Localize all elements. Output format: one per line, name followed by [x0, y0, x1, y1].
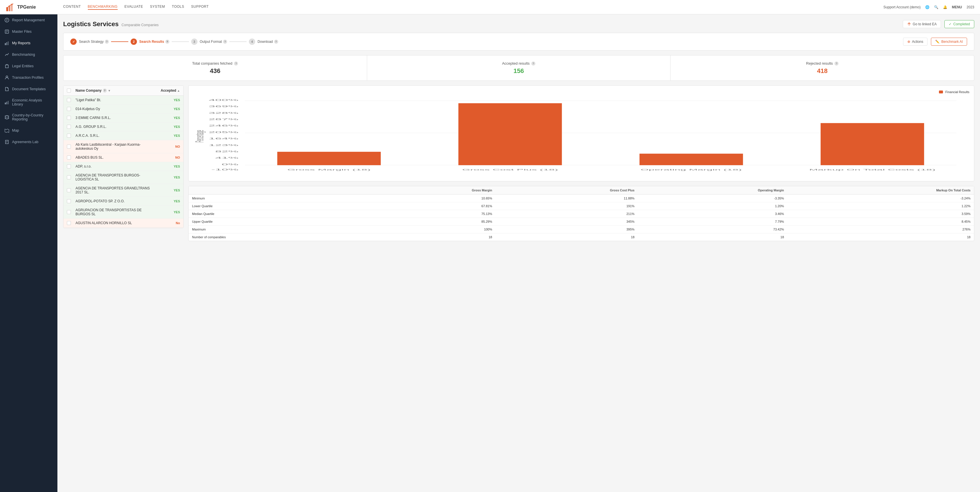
svg-rect-6: [6, 42, 7, 45]
bell-icon[interactable]: 🔔: [943, 5, 947, 9]
row-checkbox[interactable]: [67, 155, 75, 160]
benchmark-ai-button[interactable]: ✏️ Benchmark AI: [931, 38, 967, 46]
nav-evaluate[interactable]: EVALUATE: [124, 5, 143, 10]
table-row[interactable]: ADP, s.r.o. YES: [64, 162, 183, 171]
row-check-box[interactable]: [67, 116, 71, 120]
sidebar-item-report-management[interactable]: Report Management: [0, 14, 57, 26]
row-check-box[interactable]: [67, 98, 71, 102]
stats-row-om: 18: [638, 233, 788, 241]
wizard-step-2[interactable]: 2 Search Results ?: [130, 38, 169, 45]
globe-icon[interactable]: 🌐: [925, 5, 929, 9]
table-row[interactable]: AGUSTIN ALARCON HORNILLO SL No: [64, 219, 183, 228]
completed-button[interactable]: ✓ Completed: [944, 20, 974, 28]
page-subtitle: Comparable Companies: [121, 23, 159, 27]
agreements-lab-icon: [5, 140, 9, 144]
row-checkbox[interactable]: [67, 210, 75, 214]
stats-row-gm: 100%: [372, 225, 496, 233]
nav-system[interactable]: SYSTEM: [150, 5, 165, 10]
accepted-sort-icon[interactable]: ▲: [177, 89, 180, 92]
table-header: Name Company ? ▼ Accepted ▲: [64, 86, 183, 96]
stat-accepted-value: 156: [373, 67, 665, 75]
step-1-circle: ✓: [70, 38, 76, 45]
svg-text:Gross Margin (18): Gross Margin (18): [287, 169, 371, 171]
nav-content[interactable]: CONTENT: [63, 5, 81, 10]
wizard-actions: ⊕ Actions ✏️ Benchmark AI: [903, 38, 967, 46]
row-check-box[interactable]: [67, 188, 71, 192]
stats-row-gm: 18: [372, 233, 496, 241]
col-name-header[interactable]: Name Company ? ▼: [75, 88, 157, 93]
table-row[interactable]: 3 EMME CARNI S.R.L. YES: [64, 113, 183, 122]
wizard-step-1[interactable]: ✓ Search Strategy ?: [70, 38, 109, 45]
table-row[interactable]: "Liget Patika" Bt. YES: [64, 96, 183, 105]
sidebar-item-economic-analysis[interactable]: Economic Analysis Library: [0, 95, 57, 110]
stats-col-motc: Markup On Total Costs: [788, 186, 974, 195]
sidebar-item-agreements-lab[interactable]: Agreements Lab: [0, 136, 57, 148]
row-checkbox[interactable]: [67, 98, 75, 102]
sidebar-item-document-templates[interactable]: Document Templates: [0, 83, 57, 95]
row-check-box[interactable]: [67, 155, 71, 160]
row-checkbox[interactable]: [67, 175, 75, 179]
row-check-box[interactable]: [67, 199, 71, 203]
stat-rejected-label: Rejected results ?: [676, 61, 968, 65]
row-checkbox[interactable]: [67, 116, 75, 120]
nav-support[interactable]: SUPPORT: [191, 5, 209, 10]
sidebar-item-map[interactable]: Map: [0, 125, 57, 136]
row-checkbox[interactable]: [67, 165, 75, 168]
wizard-step-3[interactable]: 3 Output Format ?: [191, 38, 227, 45]
svg-text:Operating Margin (18): Operating Margin (18): [641, 169, 742, 171]
chart-legend: Financial Results: [193, 90, 969, 94]
actions-button[interactable]: ⊕ Actions: [903, 38, 928, 46]
svg-text:123%: 123%: [209, 144, 239, 146]
row-checkbox[interactable]: [67, 199, 75, 203]
menu-label[interactable]: MENU: [952, 5, 962, 9]
table-row[interactable]: AGRUPACION DE TRANSPORTISTAS DE BURGOS S…: [64, 206, 183, 219]
table-row[interactable]: A.G. GROUP S.R.L. YES: [64, 122, 183, 131]
legal-entities-icon: [5, 64, 9, 69]
row-check-box[interactable]: [67, 175, 71, 179]
sidebar-item-country-reporting[interactable]: Country-by-Country Reporting: [0, 110, 57, 125]
row-check-box[interactable]: [67, 134, 71, 137]
row-checkbox[interactable]: [67, 188, 75, 192]
table-row[interactable]: AGROPOL-POTATO SP. Z O.O. YES: [64, 197, 183, 206]
sort-icon[interactable]: ▼: [108, 89, 111, 92]
select-all-checkbox[interactable]: [67, 88, 71, 93]
table-row[interactable]: Ab Karis Lastbilscentral - Karjaan Kuorm…: [64, 140, 183, 153]
sidebar-item-legal-entities[interactable]: Legal Entities: [0, 60, 57, 72]
nav-tools[interactable]: TOOLS: [172, 5, 184, 10]
table-row[interactable]: AGENCIA DE TRANSPORTES GRANELTRANS 2017 …: [64, 184, 183, 197]
header-actions: Go to linked EA ✓ Completed: [903, 20, 974, 28]
col-accepted-header[interactable]: Accepted ▲: [157, 88, 180, 93]
row-checkbox[interactable]: [67, 125, 75, 129]
row-checkbox[interactable]: [67, 221, 75, 225]
linked-ea-icon: [907, 22, 911, 26]
sidebar-item-my-reports[interactable]: My Reports: [0, 37, 57, 49]
step-3-circle: 3: [191, 38, 197, 45]
row-checkbox[interactable]: [67, 134, 75, 137]
sidebar-item-benchmarking[interactable]: Benchmarking: [0, 49, 57, 60]
table-row[interactable]: AGENCIA DE TRANSPORTES BURGOS-LOGISTICA …: [64, 171, 183, 184]
row-check-box[interactable]: [67, 165, 71, 168]
nav-benchmarking[interactable]: BENCHMARKING: [88, 5, 118, 10]
row-check-box[interactable]: [67, 107, 71, 111]
row-company-name: 3 EMME CARNI S.R.L.: [75, 116, 157, 120]
search-icon[interactable]: 🔍: [934, 5, 939, 9]
transaction-profiles-icon: [5, 75, 9, 80]
row-check-box[interactable]: [67, 125, 71, 129]
row-check-box[interactable]: [67, 145, 71, 149]
row-checkbox[interactable]: [67, 145, 75, 149]
stats-row-gcp: 395%: [495, 225, 638, 233]
row-checkbox[interactable]: [67, 107, 75, 111]
stats-col-gm: Gross Margin: [372, 186, 496, 195]
row-check-box[interactable]: [67, 221, 71, 225]
go-to-linked-ea-button[interactable]: Go to linked EA: [903, 20, 941, 28]
table-row[interactable]: 014-Kuljetus Oy YES: [64, 105, 183, 113]
row-check-box[interactable]: [67, 210, 71, 214]
sidebar-item-transaction-profiles[interactable]: Transaction Profiles: [0, 72, 57, 83]
sidebar-label-document-templates: Document Templates: [12, 87, 46, 91]
table-row[interactable]: ABADES BUS SL. NO: [64, 153, 183, 162]
sidebar-label-map: Map: [12, 128, 19, 133]
stats-table: Gross Margin Gross Cost Plus Operating M…: [188, 186, 974, 241]
wizard-step-4[interactable]: 4 Download ?: [249, 38, 278, 45]
sidebar-item-master-files[interactable]: Master Files: [0, 26, 57, 37]
table-row[interactable]: A.R.C.A. S.R.L. YES: [64, 131, 183, 140]
